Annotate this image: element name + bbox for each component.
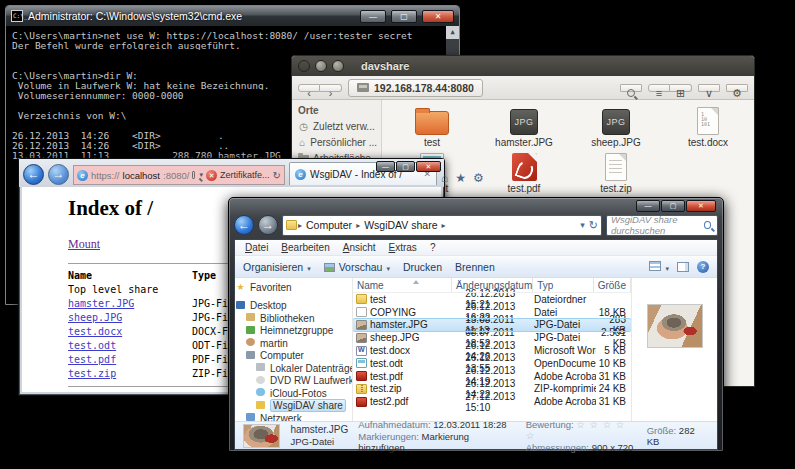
help-icon[interactable]: ? xyxy=(697,261,709,273)
file-item-hamster[interactable]: JPG hamster.JPG xyxy=(478,102,570,148)
organize-button[interactable]: Organisieren xyxy=(243,261,311,273)
grid-view-button[interactable]: ⊞ xyxy=(670,84,692,92)
column-header-date[interactable]: Änderungsdatum xyxy=(452,278,533,292)
file-icon xyxy=(356,307,367,317)
burn-button[interactable]: Brennen xyxy=(455,261,495,273)
file-link[interactable]: test.pdf xyxy=(68,354,116,365)
breadcrumb-share[interactable]: WsgiDAV share xyxy=(361,219,440,231)
mount-link[interactable]: Mount xyxy=(68,237,100,252)
maximize-button[interactable]: ▢ xyxy=(396,161,415,172)
file-link[interactable]: test.zip xyxy=(68,368,116,379)
url-scheme: https:// xyxy=(91,170,120,181)
search-input[interactable]: WsgiDAV share durchsuchen xyxy=(606,215,718,236)
favorites-star-icon[interactable]: ★ xyxy=(455,171,466,185)
file-item-sheep[interactable]: JPG sheep.JPG xyxy=(570,102,662,148)
menu-bearbeiten[interactable]: Bearbeiten xyxy=(275,242,335,253)
cloud-icon xyxy=(255,388,266,398)
sidebar-item-heimnetzgruppe[interactable]: Heimnetzgruppe xyxy=(235,325,352,338)
print-button[interactable]: Drucken xyxy=(403,261,442,273)
address-dropdown-icon[interactable]: ▾ xyxy=(580,220,585,230)
file-item-docx[interactable]: 110101 test.docx xyxy=(662,102,754,148)
forward-button[interactable]: › xyxy=(320,84,342,92)
file-label: test.docx xyxy=(688,137,728,148)
search-icon[interactable] xyxy=(192,171,194,179)
preview-button[interactable]: Vorschau xyxy=(324,261,390,273)
address-bar[interactable]: e https://localhost:8080/ ▾ ✕ Zertifikat… xyxy=(73,165,285,185)
gear-icon[interactable]: ⚙ xyxy=(726,84,748,92)
file-item-zip[interactable]: test.zip xyxy=(570,148,662,194)
sidebar-item-dvd-d[interactable]: DVD RW Laufwerk (D:) xyxy=(235,375,352,388)
change-view-button[interactable] xyxy=(649,261,669,273)
view-options-button[interactable]: ∨ xyxy=(698,84,720,92)
column-header-name[interactable]: Name xyxy=(353,278,452,292)
back-button[interactable]: ‹ xyxy=(298,84,320,92)
file-item-pdf[interactable]: test.pdf xyxy=(478,148,570,194)
back-button[interactable]: ← xyxy=(234,215,254,235)
console-line: Der Befehl wurde erfolgreich ausgeführt. xyxy=(12,40,443,50)
forward-button[interactable]: → xyxy=(258,215,278,235)
scroll-up-icon[interactable]: ▲ xyxy=(446,26,459,39)
sidebar-item-netzwerk[interactable]: Netzwerk xyxy=(235,412,352,421)
dimensions-label: Abmessungen: xyxy=(526,442,589,453)
sidebar-item-bibliotheken[interactable]: Bibliotheken xyxy=(235,312,352,325)
minimize-icon[interactable] xyxy=(315,60,327,72)
sidebar-item-drive-c[interactable]: Lokaler Datenträger (C:) xyxy=(235,362,352,375)
certificate-error-icon[interactable]: ✕ xyxy=(206,170,217,181)
sidebar-item-recent[interactable]: ◷ Zuletzt verw... xyxy=(298,121,377,132)
sidebar-item-home[interactable]: ⌂ Persönlicher ... xyxy=(298,137,377,148)
close-icon[interactable] xyxy=(298,60,310,72)
sidebar-item-computer[interactable]: Computer xyxy=(235,350,352,363)
sidebar-item-martin[interactable]: martin xyxy=(235,337,352,350)
libraries-icon xyxy=(245,313,256,323)
file-item-test[interactable]: test xyxy=(386,102,478,148)
settings-gear-icon[interactable]: ⚙ xyxy=(473,171,484,185)
list-view-button[interactable]: ≡ xyxy=(648,84,670,92)
file-link[interactable]: test.docx xyxy=(68,326,122,337)
sort-ascending-icon xyxy=(413,278,419,284)
refresh-icon[interactable]: ↻ xyxy=(273,170,281,181)
breadcrumb-computer[interactable]: Computer xyxy=(303,219,355,231)
menu-ansicht[interactable]: Ansicht xyxy=(337,242,382,253)
share-label: Top level share xyxy=(68,283,192,297)
column-header-name: Name xyxy=(68,269,192,283)
console-line: C:\Users\martin>net use W: https://local… xyxy=(12,30,443,40)
minimize-button[interactable]: — xyxy=(636,200,660,212)
sidebar-item-desktop[interactable]: Desktop xyxy=(235,300,352,313)
location-button[interactable]: 192.168.178.44:8080 xyxy=(348,79,483,97)
file-link[interactable]: test.odt xyxy=(68,340,116,351)
breadcrumb[interactable]: ▸ Computer ▸ WsgiDAV share ▸ ▾ ↻ xyxy=(282,215,602,236)
maximize-button[interactable]: ▢ xyxy=(661,200,685,212)
close-button[interactable]: ✕ xyxy=(686,200,716,212)
zip-file-icon xyxy=(605,153,627,181)
nautilus-title-bar[interactable]: davshare xyxy=(292,56,754,76)
back-button[interactable]: ← xyxy=(23,164,44,185)
hamster-thumbnail xyxy=(243,424,280,448)
ie-favicon: e xyxy=(77,170,88,181)
preview-pane-toggle-icon[interactable] xyxy=(677,262,689,272)
forward-button[interactable]: → xyxy=(48,164,69,185)
sidebar-item-wsgidav-share[interactable]: WsgiDAV share xyxy=(235,400,352,413)
refresh-icon[interactable]: ↻ xyxy=(589,219,598,232)
file-row[interactable]: test2.pdf27.12.2013 15:10Adobe Acrobat D… xyxy=(353,395,631,408)
search-button[interactable] xyxy=(620,84,642,92)
sidebar-item-favoriten[interactable]: ★Favoriten xyxy=(235,281,352,294)
close-button[interactable]: ✕ xyxy=(416,161,441,172)
certificate-error-label[interactable]: Zertifikatfe... xyxy=(220,170,270,180)
size-label: Größe: xyxy=(647,425,677,436)
menu-extras[interactable]: Extras xyxy=(383,242,423,253)
column-header-type[interactable]: Typ xyxy=(533,278,593,292)
cmd-title-bar[interactable]: C:\_ Administrator: C:\Windows\system32\… xyxy=(6,6,459,26)
minimize-button[interactable]: — xyxy=(376,161,395,172)
home-icon[interactable]: ⌂ xyxy=(441,171,448,185)
minimize-button[interactable]: — xyxy=(360,10,386,23)
menu-help[interactable]: ? xyxy=(424,242,442,253)
maximize-button[interactable]: ▢ xyxy=(391,10,417,23)
file-link[interactable]: hamster.JPG xyxy=(68,298,134,309)
column-header-size[interactable]: Größe xyxy=(594,278,631,292)
nautilus-toolbar: ‹ › 192.168.178.44:8080 ≡ ⊞ ∨ ⚙ xyxy=(292,76,754,100)
close-button[interactable]: ✕ xyxy=(422,10,454,23)
menu-datei[interactable]: Datei xyxy=(239,242,274,253)
file-link[interactable]: sheep.JPG xyxy=(68,312,122,323)
sidebar-item-icloud[interactable]: iCloud-Fotos xyxy=(235,387,352,400)
maximize-icon[interactable] xyxy=(332,60,344,72)
